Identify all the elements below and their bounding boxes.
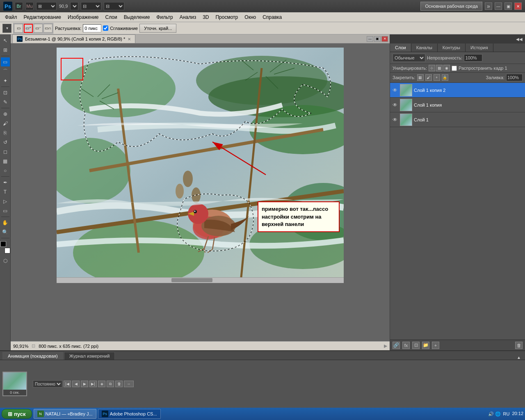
zoom-tool[interactable]: 🔍 (1, 228, 10, 237)
healing-tool[interactable]: ⊕ (1, 110, 10, 119)
tab-paths[interactable]: Контуры (438, 43, 466, 52)
gradient-tool[interactable]: ▦ (1, 157, 10, 166)
add-mask-button[interactable]: ⊡ (412, 342, 420, 349)
move-tool[interactable]: ↖ (1, 36, 10, 45)
menu-filter[interactable]: Фильтр (153, 14, 176, 21)
artboard-tool[interactable]: ⊞ (1, 46, 10, 55)
language-indicator[interactable]: RU (503, 411, 510, 416)
opacity-input[interactable] (464, 54, 482, 62)
lock-all-icon[interactable]: 🔒 (442, 74, 448, 81)
layer-row-0[interactable]: 👁 Слой 1 копия 2 (390, 83, 525, 98)
unify-visibility-icon[interactable]: ◉ (443, 65, 450, 71)
btab-animation[interactable]: Анимация (покадровая) (2, 352, 63, 360)
start-button[interactable]: ⊞ пуск (2, 409, 32, 419)
propagate-checkbox[interactable] (452, 66, 457, 71)
add-selection-button[interactable]: ▭⁺ (24, 24, 33, 33)
lock-transparent-icon[interactable]: ▦ (417, 74, 424, 81)
history-brush-tool[interactable]: ↺ (1, 138, 10, 147)
brush-tool[interactable]: 🖌 (1, 119, 10, 128)
unify-position-icon[interactable]: ⊹ (429, 65, 435, 71)
close-document-button[interactable]: ✕ (128, 37, 131, 41)
new-group-button[interactable]: 📁 (422, 342, 429, 349)
bridge-logo-icon[interactable]: Br (15, 2, 23, 10)
view-mode-select[interactable]: ⊞ (36, 2, 57, 10)
panel-collapse-button[interactable]: ◀◀ (516, 37, 523, 41)
tab-channels[interactable]: Каналы (411, 43, 438, 52)
tween-button[interactable]: ◈ (98, 381, 105, 387)
taskbar-natali-item[interactable]: N NATALI — «Bradley J... (34, 409, 96, 419)
delete-layer-button[interactable]: 🗑 (515, 342, 523, 349)
next-frame-button[interactable]: ▶| (89, 381, 97, 387)
lasso-tool[interactable]: ⌒ (1, 67, 10, 76)
new-layer-button[interactable]: + (432, 342, 439, 349)
convert-button[interactable]: ↔ (124, 381, 134, 387)
refine-edge-button[interactable]: Уточн. край... (139, 24, 176, 33)
taskbar-photoshop-item[interactable]: Ps Adobe Photoshop CS... (98, 409, 161, 419)
horizontal-scrollbar[interactable] (57, 277, 344, 283)
delete-frame-button[interactable]: 🗑 (115, 381, 123, 387)
workspace-button[interactable]: Основная рабочая среда (420, 2, 482, 11)
menu-file[interactable]: Файл (2, 14, 21, 21)
lock-paint-icon[interactable]: 🖌 (425, 74, 432, 81)
first-frame-button[interactable]: |◀ (64, 381, 71, 387)
tab-history[interactable]: История (466, 43, 493, 52)
horizontal-scrollbar-thumb[interactable] (171, 278, 212, 282)
zoom-select[interactable]: ▾ (70, 2, 78, 10)
hand-tool[interactable]: ✋ (1, 218, 10, 227)
close-button[interactable]: ✕ (514, 2, 522, 10)
layer-row-2[interactable]: 👁 Слой 1 (390, 112, 525, 127)
quick-mask-toggle[interactable]: ⬡ (1, 256, 10, 265)
eyedropper-tool[interactable]: ✎ (1, 98, 10, 107)
menu-analysis[interactable]: Анализ (176, 14, 200, 21)
menu-image[interactable]: Изображение (64, 14, 102, 21)
duplicate-frame-button[interactable]: ⧉ (107, 381, 114, 387)
new-selection-button[interactable]: ▭ (14, 24, 23, 33)
mini-bridge-logo-icon[interactable]: Mu (25, 2, 34, 10)
menu-window[interactable]: Окно (241, 14, 259, 21)
smooth-checkbox[interactable] (103, 25, 108, 31)
speaker-icon[interactable]: 🔊 (488, 411, 494, 417)
bottom-collapse-button[interactable]: ▲ (515, 355, 523, 360)
canvas-image[interactable]: Bradley J... примерно (57, 48, 344, 277)
view-select3[interactable]: ⊟ (104, 2, 124, 10)
pen-tool[interactable]: ✒ (1, 178, 10, 187)
canvas-wrapper[interactable]: Bradley J... примерно (11, 43, 390, 341)
restore-doc-button[interactable]: ▣ (374, 36, 381, 42)
view-select2[interactable]: ⊟ (81, 2, 101, 10)
menu-help[interactable]: Справка (259, 14, 285, 21)
menu-layers[interactable]: Слои (102, 14, 121, 21)
feather-input[interactable] (83, 24, 101, 32)
layer-row-1[interactable]: 👁 Слой 1 копия (390, 98, 525, 112)
intersect-selection-button[interactable]: ▭∩ (43, 24, 52, 33)
minimize-button[interactable]: — (495, 2, 502, 10)
shape-tool[interactable]: ▭ (1, 206, 10, 215)
fill-input[interactable] (506, 74, 523, 81)
layer-visibility-2[interactable]: 👁 (392, 116, 398, 123)
blend-mode-select[interactable]: Обычные (393, 54, 425, 62)
close-doc-button[interactable]: ✕ (381, 36, 388, 42)
dodge-tool[interactable]: ○ (1, 166, 10, 175)
tab-layers[interactable]: Слои (390, 43, 411, 52)
animation-frame-0[interactable]: 0 сек. (2, 372, 27, 396)
layer-visibility-1[interactable]: 👁 (392, 102, 398, 108)
btab-measurements[interactable]: Журнал измерений (64, 352, 115, 360)
loop-select[interactable]: Постоянно (33, 380, 62, 388)
path-select-tool[interactable]: ▷ (1, 197, 10, 206)
add-style-button[interactable]: fx (402, 342, 410, 349)
menu-3d[interactable]: 3D (199, 14, 212, 21)
document-tab[interactable]: Ps Безымени-1 @ 90,9% (Слой 1 копия 2, R… (12, 34, 135, 43)
minimize-doc-button[interactable]: — (367, 36, 373, 42)
unify-style-icon[interactable]: ▦ (436, 65, 443, 71)
layer-visibility-0[interactable]: 👁 (392, 87, 398, 94)
link-layers-button[interactable]: 🔗 (393, 342, 400, 349)
subtract-selection-button[interactable]: ▭⁻ (34, 24, 43, 33)
text-tool[interactable]: T (1, 187, 10, 196)
network-icon[interactable]: 🌐 (495, 411, 501, 417)
menu-view[interactable]: Просмотр (212, 14, 241, 21)
play-button[interactable]: ▶ (81, 381, 88, 387)
status-arrow[interactable]: ▶ (384, 343, 387, 349)
background-color-swatch[interactable] (5, 248, 10, 253)
lock-move-icon[interactable]: + (434, 74, 440, 81)
eraser-tool[interactable]: ◻ (1, 147, 10, 156)
menu-edit[interactable]: Редактирование (21, 14, 64, 21)
